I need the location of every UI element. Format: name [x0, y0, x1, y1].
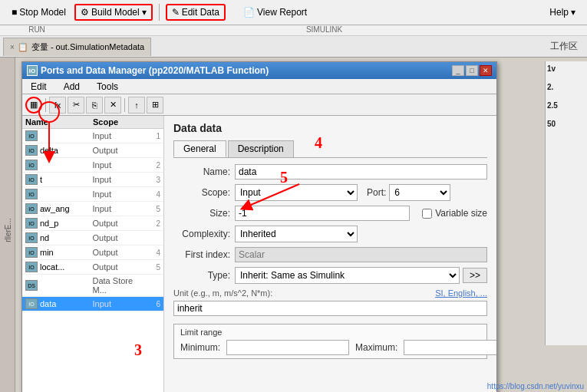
limit-range-title: Limit range [180, 328, 480, 337]
item-num: 2 [145, 161, 160, 170]
grid-tool-button[interactable]: ▦ [25, 97, 42, 114]
limit-range-box: Limit range Minimum: Maximum: [173, 324, 487, 359]
item-num: 5 [145, 205, 160, 213]
name-input[interactable] [235, 164, 487, 180]
list-header: Name Scope [22, 116, 163, 129]
toolbar-sep-1 [159, 4, 160, 21]
scissors-tool-button[interactable]: ✂ [68, 97, 84, 114]
scope-select[interactable]: Input Output Local [235, 184, 358, 201]
item-name: nd [40, 233, 93, 242]
tab-close-item[interactable]: × 📋 变量 - out.SimulationMetadata [3, 38, 151, 56]
build-model-button[interactable]: ⚙ Build Model ▾ [74, 4, 153, 21]
varsize-checkbox[interactable] [422, 209, 432, 219]
type-select[interactable]: Inherit: Same as Simulink [235, 267, 460, 284]
form-panel: Data data General Description Name: Sc [164, 116, 496, 392]
item-num: 5 [145, 263, 160, 272]
item-name: aw_ang [40, 204, 93, 213]
unit-label-row: Unit (e.g., m, m/s^2, N*m): SI, English,… [173, 288, 487, 298]
item-num: 6 [145, 300, 160, 308]
tab-bar: × 📋 变量 - out.SimulationMetadata 工作区 [0, 36, 587, 58]
list-item[interactable]: IO Input 1 [22, 129, 163, 143]
stop-label: Stop Model [19, 7, 66, 18]
item-scope: Input [93, 299, 146, 308]
main-area: rllerE... IO Ports and Data Manager (pp2… [0, 58, 587, 392]
first-index-label: First index: [173, 249, 235, 260]
unit-hint: Unit (e.g., m, m/s^2, N*m): [173, 288, 435, 298]
item-scope: Data Store M... [93, 276, 146, 295]
view-report-button[interactable]: 📄 View Report [238, 5, 312, 20]
rs-line-2: 2. [547, 83, 585, 91]
dialog-titlebar: IO Ports and Data Manager (pp2020/MATLAB… [22, 62, 496, 79]
list-item[interactable]: IO nd_p Output 2 [22, 216, 163, 231]
item-icon: IO [25, 232, 38, 243]
list-item[interactable]: IO Input 2 [22, 158, 163, 173]
main-toolbar: ■ Stop Model ⚙ Build Model ▾ ✎ Edit Data… [0, 0, 587, 25]
maximize-button[interactable]: □ [466, 65, 478, 76]
type-advanced-button[interactable]: >> [463, 268, 487, 283]
list-item[interactable]: IO min Output 4 [22, 245, 163, 260]
menu-tools[interactable]: Tools [91, 80, 124, 94]
item-scope: Input [93, 204, 146, 213]
item-icon: IO [25, 189, 38, 199]
scope-label: Scope: [173, 187, 235, 198]
menu-add[interactable]: Add [58, 80, 85, 94]
delete-tool-button[interactable]: ✕ [104, 97, 121, 114]
item-icon: IO [25, 218, 38, 229]
item-scope: Input [93, 131, 146, 140]
item-scope: Output [93, 146, 146, 155]
port-select[interactable]: 6 [389, 184, 450, 201]
tab-description[interactable]: Description [228, 140, 294, 157]
tab-general[interactable]: General [173, 140, 226, 157]
tool-sep-2 [124, 98, 125, 112]
list-item[interactable]: IO t Input 3 [22, 173, 163, 187]
min-input[interactable] [226, 340, 349, 355]
list-item[interactable]: DS Data Store M... [22, 275, 163, 297]
item-scope: Output [93, 233, 146, 242]
view-report-label: View Report [257, 7, 307, 18]
size-label: Size: [173, 208, 235, 219]
dialog-controls: _ □ ✕ [452, 65, 492, 76]
tool-sep-1 [45, 98, 46, 112]
list-item[interactable]: IO nd Output [22, 231, 163, 245]
name-label: Name: [173, 166, 235, 177]
edit-data-button[interactable]: ✎ Edit Data [166, 4, 226, 21]
item-icon: IO [25, 174, 38, 185]
unit-input[interactable] [173, 301, 487, 316]
complexity-select[interactable]: Inherited real complex [235, 226, 358, 242]
stop-model-button[interactable]: ■ Stop Model [6, 5, 71, 20]
list-items-container: IO Input 1 IO delta Output IO Input 2 IO… [22, 129, 163, 311]
item-name: data [40, 299, 93, 308]
menu-edit[interactable]: Edit [25, 80, 52, 94]
help-button[interactable]: Help ▾ [544, 5, 581, 20]
max-label: Maximum: [355, 342, 397, 353]
list-item[interactable]: IO Input 4 [22, 187, 163, 202]
list-item[interactable]: IO aw_ang Input 5 [22, 202, 163, 216]
edit-icon: ✎ [172, 7, 180, 18]
item-num: 4 [145, 190, 160, 199]
unit-si-link[interactable]: SI, English, ... [435, 288, 487, 298]
item-num: 1 [145, 132, 160, 140]
close-button[interactable]: ✕ [480, 65, 492, 76]
header-name: Name [25, 117, 93, 127]
max-input[interactable] [404, 340, 496, 355]
name-row: Name: [173, 164, 487, 180]
list-item[interactable]: IO data Input 6 [22, 297, 163, 311]
run-label: RUN [6, 25, 68, 34]
watermark: https://blog.csdn.net/yuvinxu [487, 382, 584, 390]
close-icon[interactable]: × [10, 43, 15, 51]
list-item[interactable]: IO delta Output [22, 143, 163, 158]
stop-icon: ■ [12, 7, 17, 18]
fx-tool-button[interactable]: fx [49, 97, 66, 114]
left-panel-text: rllerE... [3, 218, 12, 242]
up-tool-button[interactable]: ↑ [128, 97, 145, 114]
item-num: 4 [145, 249, 160, 257]
table-tool-button[interactable]: ⊞ [147, 97, 163, 114]
complexity-row: Complexity: Inherited real complex [173, 226, 487, 242]
copy-tool-button[interactable]: ⎘ [86, 97, 103, 114]
list-item[interactable]: IO locat... Output 5 [22, 260, 163, 275]
minimize-button[interactable]: _ [452, 65, 464, 76]
first-index-input[interactable] [235, 247, 487, 262]
workspace-label: 工作区 [544, 40, 584, 53]
item-name: min [40, 248, 93, 257]
size-input[interactable] [235, 206, 410, 221]
